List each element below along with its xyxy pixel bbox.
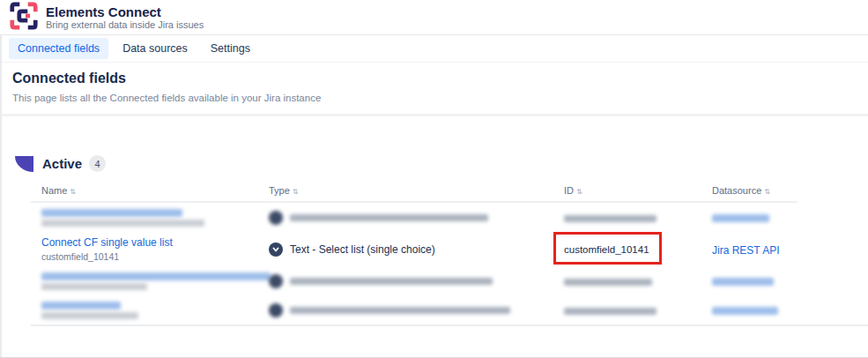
column-header-datasource[interactable]: Datasource⇅ — [701, 185, 798, 196]
connected-field-customfield-id: customfield_10141 — [41, 251, 248, 262]
redacted-name-link[interactable] — [41, 272, 271, 280]
table-row — [31, 266, 798, 295]
table-row: Connect CF single value list customfield… — [31, 232, 798, 266]
sort-icon: ⇅ — [764, 188, 770, 196]
redacted-id-text — [564, 215, 657, 222]
app-header: Elements Connect Bring external data ins… — [0, 0, 868, 35]
app-title: Elements Connect — [46, 4, 204, 19]
redacted-datasource-link[interactable] — [712, 278, 774, 286]
redacted-type-icon — [269, 303, 283, 317]
connected-fields-table: Name⇅ Type⇅ ID⇅ Datasource⇅ — [31, 183, 798, 324]
page-head: Connected fields This page lists all the… — [0, 63, 868, 114]
page-description: This page lists all the Connected fields… — [12, 93, 856, 114]
content-left-border — [0, 35, 2, 357]
page-title: Connected fields — [12, 71, 856, 86]
field-id-value: customfield_10141 — [564, 244, 649, 255]
tab-connected-fields[interactable]: Connected fields — [9, 38, 108, 59]
datasource-link[interactable]: Jira REST API — [712, 244, 779, 257]
app-subtitle: Bring external data inside Jira issues — [46, 19, 204, 31]
table-header-row: Name⇅ Type⇅ ID⇅ Datasource⇅ — [31, 183, 798, 203]
tab-settings[interactable]: Settings — [202, 38, 259, 59]
sort-icon: ⇅ — [576, 188, 582, 196]
section-divider — [0, 114, 868, 116]
redacted-type-text — [290, 278, 493, 285]
field-type-label: Text - Select list (single choice) — [290, 243, 435, 256]
elements-connect-logo-icon — [9, 1, 39, 34]
tab-data-sources[interactable]: Data sources — [114, 38, 197, 59]
redacted-id-text — [564, 308, 657, 315]
redacted-name-link[interactable] — [41, 302, 121, 310]
column-header-id[interactable]: ID⇅ — [553, 185, 701, 196]
redacted-type-text — [290, 214, 488, 221]
active-section-header: Active 4 — [15, 155, 868, 172]
admin-tab-bar: Connected fields Data sources Settings — [0, 35, 868, 63]
redacted-id-text — [564, 279, 652, 286]
chevron-down-circle-icon — [269, 242, 283, 257]
table-row — [31, 295, 798, 324]
column-header-name[interactable]: Name⇅ — [31, 185, 258, 196]
sort-icon: ⇅ — [70, 188, 76, 196]
redacted-type-text — [290, 307, 510, 314]
sort-icon: ⇅ — [293, 188, 299, 196]
redacted-datasource-link[interactable] — [712, 307, 778, 315]
redacted-datasource-link[interactable] — [712, 214, 769, 222]
redacted-name-link[interactable] — [41, 209, 182, 217]
table-row — [31, 203, 798, 232]
brand-wedge-icon — [15, 156, 33, 172]
elements-connect-admin-page: Elements Connect Bring external data ins… — [0, 0, 868, 358]
red-annotation-box: customfield_10141 — [553, 232, 662, 265]
column-header-type[interactable]: Type⇅ — [258, 185, 553, 196]
active-count-badge: 4 — [89, 155, 106, 172]
redacted-type-icon — [269, 274, 283, 288]
redacted-field-id — [41, 220, 204, 227]
connected-field-link[interactable]: Connect CF single value list — [41, 236, 248, 249]
redacted-field-id — [41, 312, 138, 319]
active-section-title: Active — [42, 156, 82, 171]
redacted-type-icon — [269, 211, 283, 225]
table-bottom-border — [31, 324, 868, 326]
redacted-field-id — [41, 283, 147, 290]
